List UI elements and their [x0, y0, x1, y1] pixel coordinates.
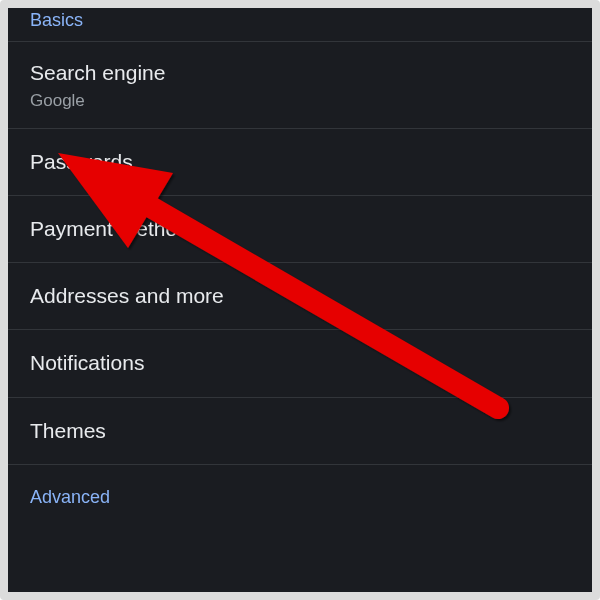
- settings-scroll-area: Basics Search engine Google Passwords Pa…: [8, 8, 592, 592]
- settings-item-search-engine[interactable]: Search engine Google: [8, 41, 592, 128]
- settings-item-value: Google: [30, 90, 570, 111]
- section-header-advanced: Advanced: [8, 464, 592, 508]
- settings-item-themes[interactable]: Themes: [8, 397, 592, 464]
- settings-item-label: Themes: [30, 419, 106, 442]
- settings-item-label: Passwords: [30, 150, 133, 173]
- settings-item-label: Addresses and more: [30, 284, 224, 307]
- settings-item-notifications[interactable]: Notifications: [8, 329, 592, 396]
- settings-item-label: Payment methods: [30, 217, 199, 240]
- settings-item-label: Search engine: [30, 60, 570, 86]
- settings-item-label: Notifications: [30, 351, 144, 374]
- settings-item-passwords[interactable]: Passwords: [8, 128, 592, 195]
- section-header-basics: Basics: [8, 8, 592, 41]
- settings-screen-frame: Basics Search engine Google Passwords Pa…: [0, 0, 600, 600]
- settings-item-payment-methods[interactable]: Payment methods: [8, 195, 592, 262]
- settings-item-addresses[interactable]: Addresses and more: [8, 262, 592, 329]
